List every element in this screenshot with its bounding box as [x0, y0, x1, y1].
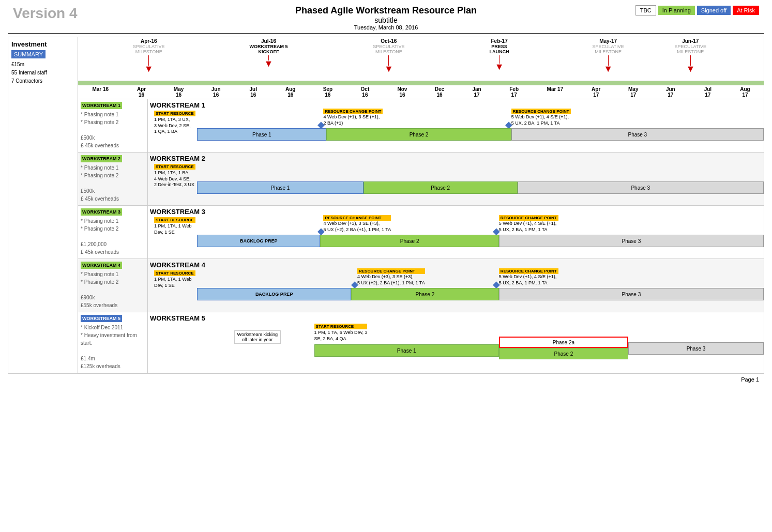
legend-risk: At Risk: [733, 6, 759, 15]
ws3-row: WORKSTREAM 3 * Phasing note 1* Phasing n…: [78, 206, 764, 259]
ws2-title: WORKSTREAM 2: [150, 155, 762, 162]
month-jan17: Jan17: [458, 86, 495, 98]
month-sep16: Sep16: [309, 86, 346, 98]
month-mar16: Mar 16: [78, 86, 123, 98]
investment-amount: £15m: [11, 60, 74, 69]
ws5-title: WORKSTREAM 5: [150, 314, 762, 322]
milestone-jul16: Jul-16 WORKSTREAM 5 KICKOFF ▼: [250, 38, 288, 69]
ws3-cp2-text: 5 Web Dev (+1), 4 S/E (+1),5 UX, 2 BA, 1…: [499, 221, 558, 233]
ws5-sidebar: WORKSTREAM 5 * Kickoff Dec 2011* Heavy i…: [78, 312, 148, 373]
ws1-phase3: Phase 3: [511, 128, 764, 141]
ws4-cp1-label: RESOURCE CHANGE POINT: [357, 268, 425, 274]
main-container: Investment SUMMARY £15m 55 Internal staf…: [8, 37, 764, 374]
ws3-notes: * Phasing note 1* Phasing note 2£1,200,0…: [81, 217, 145, 256]
legend: TBC In Planning Signed off At Risk: [635, 5, 759, 16]
ws5-start-resource: START RESOURCE 1 PM, 1 TA, 6 Web Dev, 3S…: [314, 324, 368, 342]
ws1-row: WORKSTREAM 1 * Phasing note 1* Phasing n…: [78, 99, 764, 153]
investment-contractors: 7 Contractors: [11, 77, 74, 85]
ws2-label: WORKSTREAM 2: [81, 155, 122, 162]
ws2-start-resource-text: 1 PM, 1TA, 1 BA,4 Web Dev, 4 SE,2 Dev-in…: [154, 170, 195, 188]
ws4-label: WORKSTREAM 4: [81, 262, 122, 269]
ws1-phase1: Phase 1: [197, 128, 326, 141]
ws2-phase1: Phase 1: [197, 181, 364, 194]
ws1-notes: * Phasing note 1* Phasing note 2£500k£ 4…: [81, 111, 145, 149]
ws4-backlog: BACKLOG PREP: [197, 288, 351, 300]
ws2-content: WORKSTREAM 2 START RESOURCE 1 PM, 1TA, 1…: [148, 153, 764, 205]
month-aug17: Aug17: [726, 86, 764, 98]
legend-signed: Signed off: [697, 6, 731, 15]
ws3-title: WORKSTREAM 3: [150, 208, 762, 216]
ws2-sidebar: WORKSTREAM 2 * Phasing note 1* Phasing n…: [78, 153, 148, 205]
ws1-change-point-2: RESOURCE CHANGE POINT 5 Web Dev (+1), 4 …: [511, 109, 571, 126]
ws2-start-resource: START RESOURCE 1 PM, 1TA, 1 BA,4 Web Dev…: [154, 164, 195, 188]
ws3-content: WORKSTREAM 3 START RESOURCE 1 PM, 1TA, 1…: [148, 206, 764, 259]
month-dec16: Dec16: [421, 86, 458, 98]
ws1-sidebar: WORKSTREAM 1 * Phasing note 1* Phasing n…: [78, 99, 148, 152]
timeline-bar: [78, 81, 764, 85]
ws5-start-resource-text: 1 PM, 1 TA, 6 Web Dev, 3SE, 2 BA, 4 QA.: [314, 330, 368, 342]
milestone-apr16: Apr-16 SPECULATIVE MILESTONE ▼: [133, 38, 164, 74]
milestone-jun17: Jun-17 SPECULATIVE MILESTONE ▼: [675, 38, 706, 74]
ws2-phase3: Phase 3: [518, 181, 764, 194]
month-mar17: Mar 17: [533, 86, 577, 98]
ws4-start-resource-text: 1 PM, 1TA, 1 WebDev, 1 SE: [154, 277, 195, 288]
month-oct16: Oct16: [346, 86, 384, 98]
ws1-cp2-text: 5 Web Dev (+1), 4 S/E (+1),5 UX, 2 BA, 1…: [511, 114, 571, 126]
ws5-phase3: Phase 3: [628, 342, 764, 355]
ws4-cp2-label: RESOURCE CHANGE POINT: [499, 268, 558, 274]
month-may16: May16: [160, 86, 198, 98]
header: Version 4 Phased Agile Workstream Resour…: [8, 5, 764, 31]
ws4-start-resource: START RESOURCE 1 PM, 1TA, 1 WebDev, 1 SE: [154, 270, 195, 288]
ws4-row: WORKSTREAM 4 * Phasing note 1* Phasing n…: [78, 259, 764, 312]
ws3-start-resource-text: 1 PM, 1TA, 1 WebDev, 1 SE: [154, 223, 195, 235]
investment-label: Investment: [11, 40, 74, 48]
ws4-notes: * Phasing note 1* Phasing note 2£900k£55…: [81, 270, 145, 309]
month-nov16: Nov16: [384, 86, 421, 98]
month-may17: May17: [615, 86, 652, 98]
ws3-phase2: Phase 2: [320, 235, 498, 247]
ws3-cp1-text: 4 Web Dev (+3), 3 SE (+3),5 UX (+2), 2 B…: [323, 221, 391, 233]
page: Version 4 Phased Agile Workstream Resour…: [0, 0, 772, 532]
ws1-title: WORKSTREAM 1: [150, 101, 762, 109]
milestones-row: Apr-16 SPECULATIVE MILESTONE ▼ Jul-16 WO…: [78, 37, 764, 81]
investment-staff: 55 Internal staff: [11, 69, 74, 77]
ws1-start-resource-text: 1 PM, 1TA, 3 UX,3 Web Dev, 2 SE,1 QA, 1 …: [154, 117, 195, 135]
ws4-cp2-text: 5 Web Dev (+1), 4 S/E (+1),5 UX, 2 BA, 1…: [499, 274, 558, 286]
ws5-phase1: Phase 1: [314, 344, 499, 357]
ws5-pre-note: Workstream kickingoff later in year: [234, 330, 281, 344]
version-label: Version 4: [13, 5, 78, 22]
month-jun17: Jun17: [652, 86, 689, 98]
investment-details: £15m 55 Internal staff 7 Contractors: [11, 60, 74, 85]
ws1-content: WORKSTREAM 1 START RESOURCE 1 PM, 1TA, 3…: [148, 99, 764, 152]
ws5-row: WORKSTREAM 5 * Kickoff Dec 2011* Heavy i…: [78, 312, 764, 373]
ws4-change-point-1: RESOURCE CHANGE POINT 4 Web Dev (+3), 3 …: [357, 268, 425, 286]
milestone-feb17: Feb-17 PRESS LAUNCH ▼: [490, 38, 509, 72]
ws3-cp2-label: RESOURCE CHANGE POINT: [499, 215, 558, 221]
investment-sidebar: Investment SUMMARY £15m 55 Internal staf…: [8, 37, 78, 373]
legend-tbc: TBC: [635, 5, 656, 16]
ws4-phase2: Phase 2: [351, 288, 499, 300]
ws5-phase2a: Phase 2a: [499, 337, 628, 348]
ws4-content: WORKSTREAM 4 START RESOURCE 1 PM, 1TA, 1…: [148, 259, 764, 312]
ws1-phase2: Phase 2: [326, 128, 511, 141]
ws1-cp2-label: RESOURCE CHANGE POINT: [511, 109, 571, 114]
month-apr16: Apr16: [123, 86, 160, 98]
date: Tuesday, March 08, 2016: [8, 24, 764, 31]
ws1-cp1-text: 4 Web Dev (+1), 3 SE (+1),2 BA (+1): [323, 114, 383, 126]
ws5-notes: * Kickoff Dec 2011* Heavy investment fro…: [81, 324, 145, 370]
legend-planning: In Planning: [658, 6, 695, 15]
ws4-start-resource-label: START RESOURCE: [154, 270, 195, 276]
summary-badge: SUMMARY: [11, 50, 46, 58]
ws5-content: WORKSTREAM 5 Workstream kickingoff later…: [148, 312, 764, 373]
subtitle: subtitle: [8, 16, 764, 24]
month-jul17: Jul17: [689, 86, 726, 98]
ws4-sidebar: WORKSTREAM 4 * Phasing note 1* Phasing n…: [78, 259, 148, 312]
ws3-phase3: Phase 3: [499, 235, 764, 247]
ws3-start-resource-label: START RESOURCE: [154, 217, 195, 223]
ws5-label: WORKSTREAM 5: [81, 315, 122, 322]
ws2-row: WORKSTREAM 2 * Phasing note 1* Phasing n…: [78, 153, 764, 206]
milestone-oct16: Oct-16 SPECULATIVE MILESTONE ▼: [373, 38, 404, 74]
month-apr17: Apr17: [578, 86, 615, 98]
ws5-phase2: Phase 2: [499, 348, 628, 359]
ws3-change-point-1: RESOURCE CHANGE POINT 4 Web Dev (+3), 3 …: [323, 215, 391, 233]
